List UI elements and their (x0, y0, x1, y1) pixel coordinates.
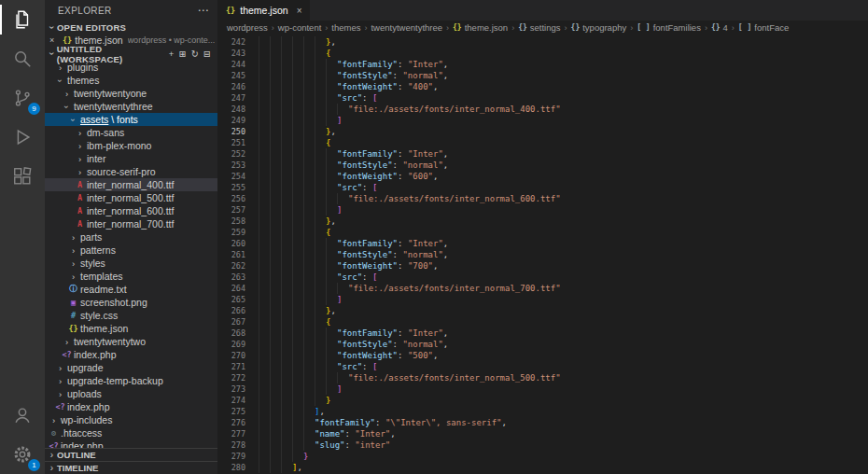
activity-extensions-icon[interactable] (0, 157, 45, 196)
line-number[interactable]: 248 (217, 104, 245, 115)
outline-header[interactable]: › OUTLINE (45, 448, 217, 461)
code-line-269[interactable]: 269"fontStyle": "normal", (217, 339, 868, 350)
line-number[interactable]: 245 (217, 70, 245, 81)
line-number[interactable]: 260 (217, 238, 245, 249)
code-line-256[interactable]: 256"file:./assets/fonts/inter_normal_600… (217, 193, 868, 204)
breadcrumb-item-4[interactable]: {}4 (711, 22, 728, 33)
line-number[interactable]: 265 (217, 294, 245, 305)
tree-file-theme-json[interactable]: {}theme.json (45, 322, 217, 335)
line-number[interactable]: 259 (217, 227, 245, 238)
code-line-242[interactable]: 242}, (217, 36, 868, 48)
line-number[interactable]: 252 (217, 148, 245, 160)
code-line-260[interactable]: 260"fontFamily": "Inter", (217, 238, 868, 249)
code-line-278[interactable]: 278"slug": "inter" (217, 439, 868, 451)
close-icon[interactable]: × (297, 6, 302, 16)
tree-folder-twentytwentythree[interactable]: ›twentytwentythree (45, 100, 217, 113)
tree-folder-uploads[interactable]: ›uploads (45, 387, 217, 400)
line-number[interactable]: 278 (217, 439, 245, 451)
line-number[interactable]: 270 (217, 350, 245, 361)
line-number[interactable]: 250 (217, 126, 245, 137)
code-line-246[interactable]: 246"fontWeight": "400", (217, 81, 868, 92)
line-number[interactable]: 251 (217, 137, 245, 148)
tree-folder-themes[interactable]: ›themes (45, 74, 217, 87)
new-folder-icon[interactable]: ⊞ (178, 49, 186, 59)
tab-theme-json[interactable]: {} theme.json × (217, 0, 310, 21)
tree-folder-parts[interactable]: ›parts (45, 230, 217, 244)
code-line-248[interactable]: 248"file:./assets/fonts/inter_normal_400… (217, 104, 868, 115)
code-line-261[interactable]: 261"fontStyle": "normal", (217, 249, 868, 260)
tree-file-index-php[interactable]: <?index.php (45, 439, 217, 448)
tree-file-htaccess[interactable]: ⚙.htaccess (45, 426, 217, 439)
code-line-247[interactable]: 247"src": [ (217, 92, 868, 104)
line-number[interactable]: 243 (217, 48, 245, 59)
line-number[interactable]: 266 (217, 305, 245, 316)
line-number[interactable]: 277 (217, 428, 245, 439)
line-number[interactable]: 271 (217, 361, 245, 372)
breadcrumb-item-themes[interactable]: themes (331, 22, 360, 33)
line-number[interactable]: 269 (217, 339, 245, 350)
tree-folder-upgrade[interactable]: ›upgrade (45, 361, 217, 374)
tree-file-readme-txt[interactable]: ⓘreadme.txt (45, 283, 217, 296)
breadcrumb-item-twentytwentythree[interactable]: twentytwentythree (371, 22, 442, 33)
code-line-262[interactable]: 262"fontWeight": "700", (217, 260, 868, 272)
tree-folder-templates[interactable]: ›templates (45, 270, 217, 283)
tree-folder-dm-sans[interactable]: ›dm-sans (45, 126, 217, 139)
line-number[interactable]: 257 (217, 204, 245, 216)
breadcrumb-item-wordpress[interactable]: wordpress (227, 22, 268, 33)
breadcrumb-item-theme-json[interactable]: {}theme.json (453, 22, 508, 33)
activity-settings-icon[interactable]: 1 (0, 435, 45, 474)
line-number[interactable]: 244 (217, 59, 245, 70)
code-line-279[interactable]: 279} (217, 451, 868, 462)
tree-file-index-php[interactable]: <?index.php (45, 348, 217, 361)
code-line-275[interactable]: 275], (217, 406, 868, 417)
line-number[interactable]: 246 (217, 81, 245, 92)
code-area[interactable]: 242},243{244"fontFamily": "Inter",245"fo… (217, 35, 868, 474)
workspace-header[interactable]: › UNTITLED (WORKSPACE) +⊞↻⊟ (45, 47, 217, 61)
code-line-267[interactable]: 267{ (217, 316, 868, 328)
tree-folder-source-serif-pro[interactable]: ›source-serif-pro (45, 165, 217, 178)
code-line-280[interactable]: 280], (217, 462, 868, 473)
code-line-252[interactable]: 252"fontFamily": "Inter", (217, 148, 868, 160)
tree-file-screenshot-png[interactable]: ▣screenshot.png (45, 296, 217, 309)
code-line-271[interactable]: 271"src": [ (217, 361, 868, 372)
line-number[interactable]: 276 (217, 417, 245, 428)
more-actions-icon[interactable]: ⋯ (198, 4, 209, 17)
code-line-244[interactable]: 244"fontFamily": "Inter", (217, 59, 868, 70)
code-line-272[interactable]: 272"file:./assets/fonts/inter_normal_500… (217, 372, 868, 383)
line-number[interactable]: 249 (217, 115, 245, 126)
code-line-259[interactable]: 259{ (217, 227, 868, 238)
tree-folder-wp-includes[interactable]: ›wp-includes (45, 413, 217, 426)
tree-folder-twentytwentyone[interactable]: ›twentytwentyone (45, 87, 217, 100)
tree-folder-inter[interactable]: ›inter (45, 152, 217, 165)
line-number[interactable]: 267 (217, 316, 245, 328)
tree-file-inter-normal-700-ttf[interactable]: Ainter_normal_700.ttf (45, 217, 217, 230)
breadcrumb-item-fontface[interactable]: [ ]fontFace (738, 22, 789, 33)
tree-folder-patterns[interactable]: ›patterns (45, 244, 217, 257)
code-line-250[interactable]: 250}, (217, 126, 868, 137)
line-number[interactable]: 274 (217, 395, 245, 406)
line-number[interactable]: 262 (217, 260, 245, 272)
tree-folder-styles[interactable]: ›styles (45, 257, 217, 270)
code-line-254[interactable]: 254"fontWeight": "600", (217, 171, 868, 182)
line-number[interactable]: 272 (217, 372, 245, 383)
line-number[interactable]: 263 (217, 272, 245, 283)
code-line-274[interactable]: 274} (217, 395, 868, 406)
tree-file-inter-normal-500-ttf[interactable]: Ainter_normal_500.ttf (45, 191, 217, 204)
code-line-249[interactable]: 249] (217, 115, 868, 126)
line-number[interactable]: 247 (217, 92, 245, 104)
line-number[interactable]: 264 (217, 283, 245, 294)
breadcrumb-item-fontfamilies[interactable]: [ ]fontFamilies (637, 22, 701, 33)
code-line-263[interactable]: 263"src": [ (217, 272, 868, 283)
breadcrumb-item-typography[interactable]: {}typography (571, 22, 627, 33)
breadcrumb-item-wp-content[interactable]: wp-content (278, 22, 321, 33)
open-editors-header[interactable]: › OPEN EDITORS (45, 21, 217, 34)
code-line-251[interactable]: 251{ (217, 137, 868, 148)
activity-search-icon[interactable] (0, 39, 45, 78)
line-number[interactable]: 258 (217, 216, 245, 227)
code-line-270[interactable]: 270"fontWeight": "500", (217, 350, 868, 361)
code-line-258[interactable]: 258}, (217, 216, 868, 227)
code-line-266[interactable]: 266}, (217, 305, 868, 316)
tree-folder-ibm-plex-mono[interactable]: ›ibm-plex-mono (45, 139, 217, 152)
timeline-header[interactable]: › TIMELINE (45, 461, 217, 474)
activity-account-icon[interactable] (0, 396, 45, 435)
